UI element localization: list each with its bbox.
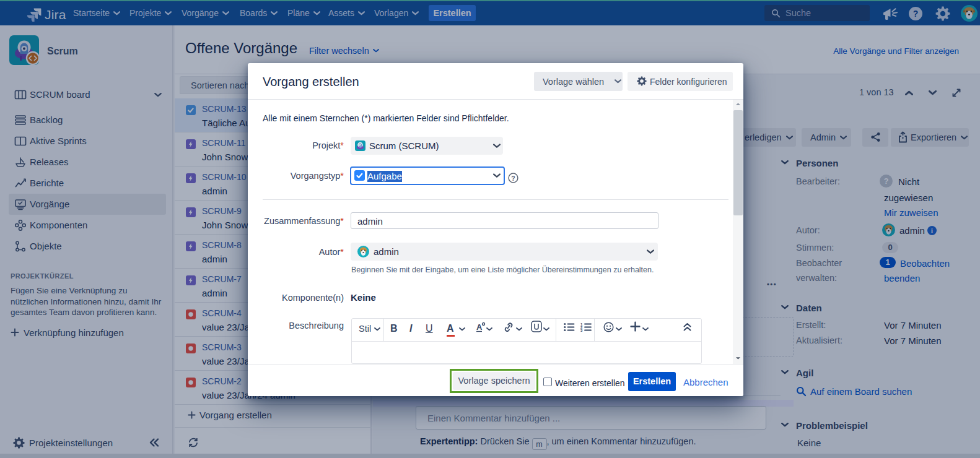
svg-text:?: ? [511,175,515,182]
svg-text:A: A [476,322,483,332]
svg-text:3: 3 [580,329,583,332]
